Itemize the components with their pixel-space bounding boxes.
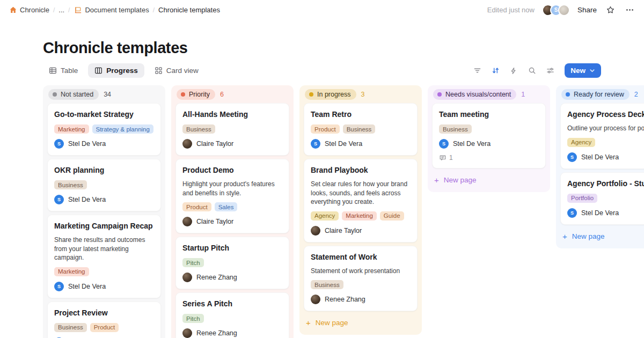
page-title: Chronicle templates [43,39,644,57]
assignee-name: Stel De Vera [68,140,106,148]
column-status-pill: In progress [305,89,356,100]
tag-product: Product [90,323,119,332]
avatar [558,4,570,16]
new-page-button[interactable]: +New page [304,314,418,330]
assignee: SStel De Vera [567,152,644,162]
column-header[interactable]: Not started34 [47,85,161,103]
assignee: SStel De Vera [567,208,644,218]
card-project-review[interactable]: Project ReviewBusinessProductSStel De Ve… [47,302,161,338]
tag-row: MarketingStrategy & planning [54,124,154,134]
tag-row: AgencyMarketingGuide [311,211,411,221]
column-name: Not started [61,91,93,98]
avatar [311,226,320,236]
card-agency-process-deck[interactable]: Agency Process DeckOutline your process … [560,103,644,169]
new-page-button[interactable]: +New page [560,228,644,244]
tab-table[interactable]: Table [44,63,83,78]
collaborator-avatars[interactable]: S [542,4,570,16]
card-all-hands-meeting[interactable]: All-Hands MeetingBusinessClaire Taylor [175,103,289,156]
new-page-button[interactable]: +New page [432,172,546,188]
avatar: S [439,139,449,149]
card-product-demo[interactable]: Product DemoHighlight your product's fea… [175,159,289,233]
card-agency-portfolio-studio[interactable]: Agency Portfolio - StudioPortfolioSStel … [560,172,644,225]
settings-sliders-icon[interactable] [545,66,555,76]
breadcrumb: Chronicle / ... / Document templates / C… [9,6,220,14]
sort-icon[interactable] [491,66,500,76]
assignee: Claire Taylor [182,217,282,226]
breadcrumb-item-chronicle[interactable]: Chronicle [9,6,49,14]
column-status-pill: Not started [48,89,99,100]
assignee: Renee Zhang [311,295,411,304]
breadcrumb-separator: / [53,6,55,14]
card-brand-playbook[interactable]: Brand PlaybookSet clear rules for how yo… [304,159,418,243]
breadcrumb-label: Chronicle [20,6,49,14]
tag-business: Business [182,124,215,134]
star-icon[interactable] [604,4,616,16]
card-team-retro[interactable]: Team RetroProductBusinessSStel De Vera [304,103,418,156]
chevron-down-icon [589,68,595,74]
column-name: Ready for review [574,91,624,98]
plus-icon: + [434,175,439,185]
status-dot-icon [181,92,185,97]
tag-row: Pitch [182,258,282,267]
tag-business: Business [439,124,472,134]
column-header[interactable]: In progress3 [304,85,418,103]
tag-row: Business [54,180,154,189]
card-startup-pitch[interactable]: Startup PitchPitchRenee Zhang [175,237,289,289]
assignee: SStel De Vera [54,195,154,204]
tag-pitch: Pitch [182,314,204,323]
tab-label: Table [61,67,78,75]
avatar: S [567,208,577,218]
assignee-name: Stel De Vera [68,196,106,203]
tab-progress[interactable]: Progress [88,63,144,78]
avatar [311,295,320,304]
kanban-board: Not started34Go-to-market StrategyMarket… [43,85,644,338]
card-title: Marketing Campaign Recap [54,221,154,231]
tag-marketing: Marketing [54,124,89,134]
card-team-meeting[interactable]: Team meetingBusinessSStel De Vera1 [432,103,546,168]
assignee-name: Renee Zhang [196,274,237,281]
avatar: S [54,195,64,204]
card-marketing-campaign-recap[interactable]: Marketing Campaign RecapShare the result… [47,215,161,298]
home-icon [9,6,17,14]
column-header[interactable]: Priority6 [175,85,289,103]
card-series-a-pitch[interactable]: Series A PitchPitchRenee Zhang [175,292,289,338]
assignee-name: Claire Taylor [325,227,362,234]
column-header[interactable]: Needs visuals/content1 [432,85,546,103]
column-header[interactable]: Ready for review2 [560,85,644,103]
card-okr-planning[interactable]: OKR planningBusinessSStel De Vera [47,159,161,211]
tag-business: Business [343,124,376,134]
column-status-pill: Ready for review [561,89,630,100]
card-title: Go-to-market Strategy [54,109,154,120]
filter-icon[interactable] [472,66,482,76]
share-button[interactable]: Share [577,6,597,14]
new-button[interactable]: New [565,63,601,78]
card-statement-of-work[interactable]: Statement of WorkStatement of work prese… [304,246,418,312]
card-go-to-market-strategy[interactable]: Go-to-market StrategyMarketingStrategy &… [47,103,161,156]
status-dot-icon [566,92,570,97]
board-column-needs-visuals-content: Needs visuals/content1Team meetingBusine… [428,85,550,192]
column-name: Needs visuals/content [445,91,511,98]
automation-icon[interactable] [509,66,518,76]
breadcrumb-item-current[interactable]: Chronicle templates [158,6,220,14]
avatar: S [54,139,64,149]
search-icon[interactable] [527,66,537,76]
column-status-pill: Needs visuals/content [433,89,516,100]
column-count: 6 [220,91,224,98]
more-icon[interactable] [624,4,635,16]
column-name: In progress [317,91,351,98]
card-title: Series A Pitch [182,299,282,309]
avatar [182,328,192,338]
tag-business: Business [54,180,87,189]
view-tabs: Table Progress Card view [44,63,203,78]
tab-card-view[interactable]: Card view [150,63,203,78]
card-description: Statement of work presentation [311,267,411,276]
tag-agency: Agency [311,211,339,221]
status-dot-icon [53,92,57,97]
avatar: S [567,152,577,162]
card-title: Team Retro [311,109,411,120]
card-title: Project Review [54,308,154,318]
grid-icon [155,67,163,75]
avatar: S [54,282,64,291]
breadcrumb-item-ellipsis[interactable]: ... [58,6,64,14]
breadcrumb-item-document-templates[interactable]: Document templates [74,6,149,14]
